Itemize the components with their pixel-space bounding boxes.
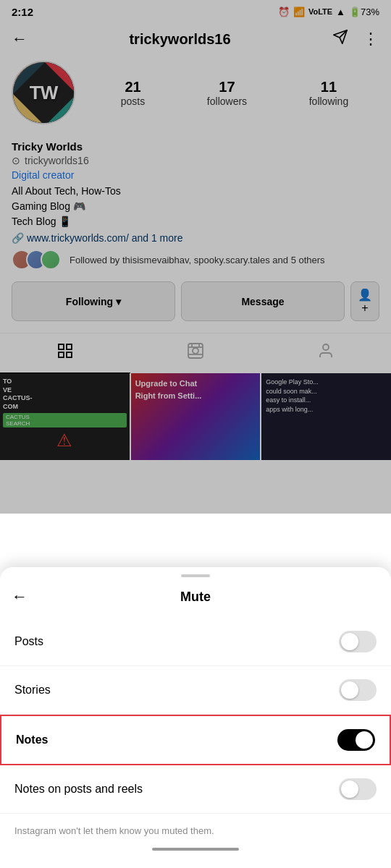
mute-notes-toggle[interactable] — [337, 729, 375, 751]
toggle-knob — [341, 780, 358, 798]
sheet-footer-note: Instagram won't let them know you muted … — [0, 814, 391, 842]
mute-stories-toggle[interactable] — [339, 679, 377, 701]
mute-notes-posts-toggle[interactable] — [339, 778, 377, 800]
toggle-knob — [341, 633, 358, 650]
mute-posts-toggle[interactable] — [339, 631, 377, 652]
mute-notes-posts-row: Notes on posts and reels — [0, 765, 391, 814]
home-bar — [152, 848, 239, 851]
home-indicator — [0, 842, 391, 854]
mute-notes-row: Notes — [0, 715, 391, 765]
mute-posts-row: Posts — [0, 618, 391, 666]
footer-note-text: Instagram won't let them know you muted … — [14, 825, 214, 836]
sheet-header: ← Mute — [0, 582, 391, 618]
dim-overlay — [0, 0, 391, 514]
toggle-knob — [341, 681, 358, 699]
mute-posts-label: Posts — [14, 635, 43, 648]
sheet-back-button[interactable]: ← — [12, 587, 28, 606]
mute-stories-row: Stories — [0, 666, 391, 715]
bottom-sheet-overlay: ← Mute Posts Stories Notes Notes on p — [0, 514, 391, 868]
mute-stories-label: Stories — [14, 684, 51, 697]
mute-notes-label: Notes — [16, 733, 48, 746]
sheet-handle — [181, 574, 210, 577]
sheet-title: Mute — [180, 590, 211, 605]
toggle-knob — [356, 731, 373, 749]
mute-notes-posts-label: Notes on posts and reels — [14, 783, 143, 796]
bottom-sheet: ← Mute Posts Stories Notes Notes on p — [0, 567, 391, 868]
